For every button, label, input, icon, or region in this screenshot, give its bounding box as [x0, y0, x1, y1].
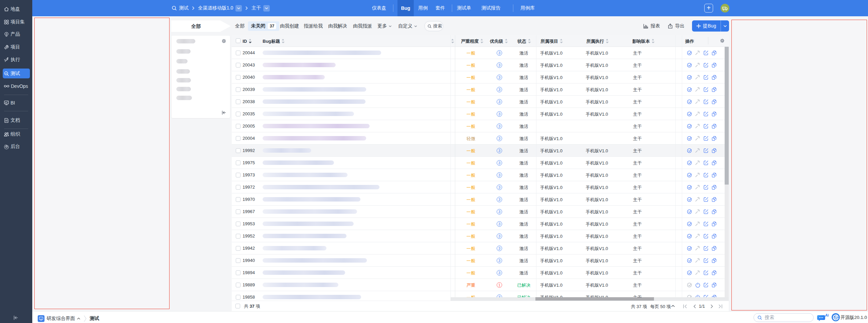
svg-text:AI: AI	[825, 313, 829, 317]
